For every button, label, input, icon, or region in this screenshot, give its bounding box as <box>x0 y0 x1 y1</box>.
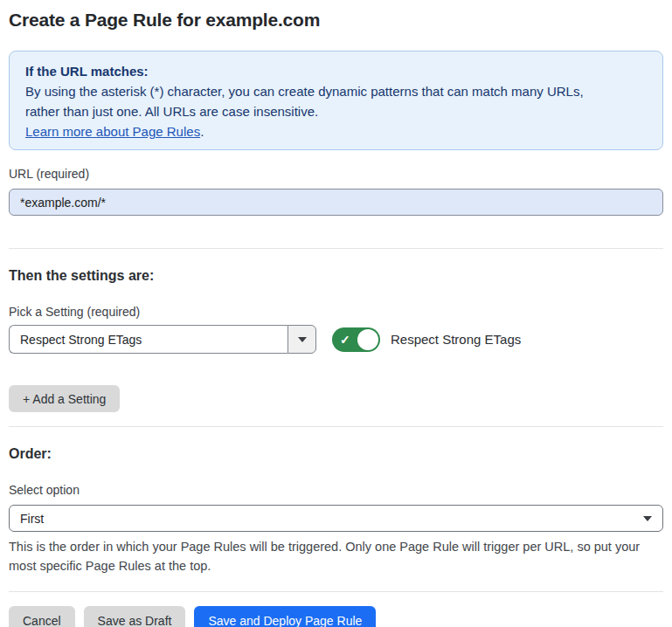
settings-section-heading: Then the settings are: <box>9 267 663 285</box>
section-divider <box>9 248 663 249</box>
order-help-line-1: This is the order in which your Page Rul… <box>9 537 663 556</box>
info-box-body-line-2: rather than just one. All URLs are case … <box>25 101 647 121</box>
url-input[interactable] <box>9 189 663 216</box>
order-help-line-2: most specific Page Rules at the top. <box>9 556 663 575</box>
cancel-button[interactable]: Cancel <box>9 606 75 627</box>
setting-picker-row: Respect Strong ETags ✓ Respect Strong ET… <box>9 325 663 354</box>
page-title: Create a Page Rule for example.com <box>9 9 663 31</box>
order-help-text: This is the order in which your Page Rul… <box>9 537 663 575</box>
check-icon: ✓ <box>340 332 350 348</box>
learn-more-link[interactable]: Learn more about Page Rules <box>25 124 200 139</box>
order-section-heading: Order: <box>9 445 663 463</box>
pick-setting-label: Pick a Setting (required) <box>9 304 663 320</box>
order-select-label: Select option <box>9 482 663 498</box>
url-match-info-box: If the URL matches: By using the asteris… <box>9 51 663 150</box>
setting-toggle[interactable]: ✓ <box>332 327 380 352</box>
info-box-link-line: Learn more about Page Rules. <box>25 121 647 141</box>
toggle-label: Respect Strong ETags <box>391 332 521 347</box>
url-field-label: URL (required) <box>9 166 663 182</box>
info-box-heading: If the URL matches: <box>25 61 647 81</box>
info-box-body-line-1: By using the asterisk (*) character, you… <box>25 81 647 101</box>
chevron-down-icon <box>643 516 652 521</box>
save-draft-button[interactable]: Save as Draft <box>84 606 186 627</box>
setting-select[interactable]: Respect Strong ETags <box>9 325 316 354</box>
footer-actions: Cancel Save as Draft Save and Deploy Pag… <box>9 606 663 627</box>
order-select-value: First <box>20 512 643 526</box>
link-period: . <box>200 124 204 139</box>
order-select[interactable]: First <box>9 505 663 532</box>
chevron-down-icon <box>298 337 307 342</box>
footer-divider <box>9 591 663 592</box>
add-setting-button[interactable]: + Add a Setting <box>9 385 120 412</box>
section-divider <box>9 426 663 427</box>
save-deploy-button[interactable]: Save and Deploy Page Rule <box>194 606 376 627</box>
setting-select-arrow-button[interactable] <box>288 325 316 354</box>
toggle-knob <box>357 329 378 350</box>
setting-select-value: Respect Strong ETags <box>9 325 288 354</box>
